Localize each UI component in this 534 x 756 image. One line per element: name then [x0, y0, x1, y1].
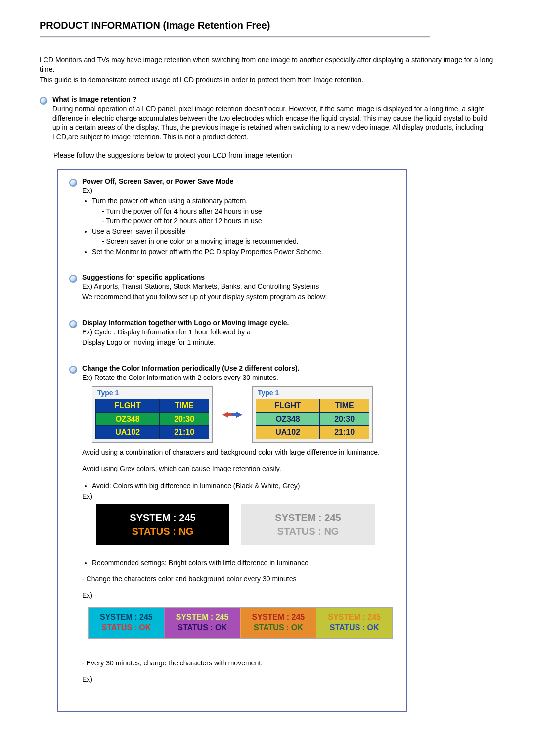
- rec-cell: SYSTEM : 245 STATUS : OK: [164, 608, 240, 638]
- title-divider: [40, 36, 430, 38]
- intro-block: LCD Monitors and TVs may have image rete…: [40, 55, 494, 85]
- cell: 20:30: [160, 412, 209, 425]
- box-item-change-color: Change the Color Information periodicall…: [69, 364, 396, 691]
- system-line: SYSTEM : 245: [241, 511, 375, 524]
- avoid-black-white: SYSTEM : 245 STATUS : NG: [96, 504, 229, 545]
- ex-label: Ex): [82, 186, 396, 195]
- list-item: Turn the power off when using a stationa…: [92, 196, 396, 206]
- power-list: Set the Monitor to power off with the PC…: [82, 247, 396, 257]
- system-line: SYSTEM : 245: [318, 613, 390, 623]
- status-line: STATUS : NG: [241, 524, 375, 538]
- arrow-icon: [222, 410, 242, 419]
- ex-label: Ex): [82, 492, 396, 501]
- box-body: Suggestions for specific applications Ex…: [82, 273, 396, 303]
- rec-cell: SYSTEM : 245 STATUS : OK: [240, 608, 316, 638]
- box-item-power: Power Off, Screen Saver, or Power Save M…: [69, 177, 396, 257]
- section-text: During normal operation of a LCD panel, …: [52, 104, 494, 142]
- status-line: STATUS : OK: [318, 623, 390, 633]
- cell: UA102: [96, 425, 160, 439]
- page-title: PRODUCT INFORMATION (Image Retention Fre…: [40, 20, 494, 31]
- section-body: What is Image retention ? During normal …: [52, 95, 494, 143]
- cell: 21:10: [160, 425, 209, 439]
- ex-label: Ex): [82, 675, 396, 684]
- system-line: SYSTEM : 245: [243, 613, 314, 623]
- box-heading: Change the Color Information periodicall…: [82, 364, 396, 372]
- status-line: STATUS : OK: [90, 623, 162, 633]
- cell: FLGHT: [256, 399, 320, 412]
- cell: OZ348: [96, 412, 160, 425]
- bullet-icon: [69, 275, 77, 283]
- bullet-icon: [40, 97, 47, 105]
- note-text: Avoid using a combination of characters …: [82, 448, 396, 457]
- flight-board-type: Type 1: [95, 389, 209, 399]
- status-line: STATUS : OK: [243, 623, 314, 633]
- suggestion-box: Power Off, Screen Saver, or Power Save M…: [57, 169, 407, 712]
- list-item: Set the Monitor to power off with the PC…: [92, 247, 396, 257]
- avoid-list: Avoid: Colors with big difference in lum…: [82, 481, 396, 491]
- box-text: Ex) Cycle : Display Information for 1 ho…: [82, 328, 396, 337]
- document-page: PRODUCT INFORMATION (Image Retention Fre…: [5, 0, 529, 742]
- box-body: Display Information together with Logo o…: [82, 319, 396, 348]
- rec-cell: SYSTEM : 245 STATUS : OK: [316, 608, 392, 638]
- ex-label: Ex): [82, 591, 396, 600]
- intro-paragraph: This guide is to demonstrate correct usa…: [40, 75, 494, 85]
- avoid-grey: SYSTEM : 245 STATUS : NG: [241, 504, 375, 545]
- flight-board-table: FLGHTTIME OZ34820:30 UA10221:10: [95, 399, 209, 439]
- flight-board-type: Type 1: [256, 389, 369, 399]
- power-list: Use a Screen saver if possible: [82, 227, 396, 236]
- rec-cell: SYSTEM : 245 STATUS : OK: [89, 608, 164, 638]
- svg-marker-2: [232, 412, 242, 418]
- box-body: Power Off, Screen Saver, or Power Save M…: [82, 177, 396, 257]
- recommended-examples: SYSTEM : 245 STATUS : OK SYSTEM : 245 ST…: [88, 607, 393, 639]
- sub-line: - Screen saver in one color or a moving …: [102, 237, 396, 246]
- movement-line: - Every 30 minutes, change the character…: [82, 659, 396, 668]
- avoid-examples: SYSTEM : 245 STATUS : NG SYSTEM : 245 ST…: [96, 504, 396, 545]
- intro-paragraph: LCD Monitors and TVs may have image rete…: [40, 55, 494, 74]
- sub-line: - Turn the power off for 2 hours after 1…: [102, 216, 396, 226]
- system-line: SYSTEM : 245: [167, 613, 238, 623]
- list-item: Recommended settings: Bright colors with…: [92, 558, 396, 567]
- status-line: STATUS : NG: [96, 524, 229, 538]
- bullet-icon: [69, 320, 77, 328]
- svg-marker-1: [222, 412, 232, 418]
- sub-line: - Turn the power off for 4 hours after 2…: [102, 207, 396, 216]
- box-heading: Power Off, Screen Saver, or Power Save M…: [82, 177, 396, 185]
- cell: TIME: [320, 399, 369, 412]
- cell: TIME: [160, 399, 209, 412]
- cell: UA102: [256, 425, 320, 439]
- box-text: Ex) Airports, Transit Stations, Stock Ma…: [82, 282, 396, 291]
- cell: FLGHT: [96, 399, 160, 412]
- cell: 21:10: [320, 425, 369, 439]
- list-item: Avoid: Colors with big difference in lum…: [92, 481, 396, 491]
- bullet-icon: [69, 179, 77, 187]
- box-item-display-info: Display Information together with Logo o…: [69, 319, 396, 348]
- box-text: We recommend that you follow set up of y…: [82, 292, 396, 302]
- power-list: Turn the power off when using a stationa…: [82, 196, 396, 206]
- flight-board-yellow: Type 1 FLGHTTIME OZ34820:30 UA10221:10: [92, 386, 213, 443]
- box-heading: Suggestions for specific applications: [82, 273, 396, 281]
- status-line: STATUS : OK: [167, 623, 238, 633]
- box-text: Ex) Rotate the Color Information with 2 …: [82, 373, 396, 382]
- flight-boards-figure: Type 1 FLGHTTIME OZ34820:30 UA10221:10 T…: [92, 386, 396, 443]
- box-item-suggestions: Suggestions for specific applications Ex…: [69, 273, 396, 303]
- flight-board-table: FLGHTTIME OZ34820:30 UA10221:10: [256, 399, 369, 439]
- box-text: Display Logo or moving image for 1 minut…: [82, 338, 396, 347]
- recommended-list: Recommended settings: Bright colors with…: [82, 558, 396, 567]
- list-item: Use a Screen saver if possible: [92, 227, 396, 236]
- box-heading: Display Information together with Logo o…: [82, 319, 396, 327]
- section-heading: What is Image retention ?: [52, 95, 494, 103]
- note-text: Avoid using Grey colors, which can cause…: [82, 464, 396, 473]
- bullet-icon: [69, 366, 77, 374]
- rec-line: - Change the characters color and backgr…: [82, 574, 396, 584]
- system-line: SYSTEM : 245: [90, 613, 162, 623]
- box-body: Change the Color Information periodicall…: [82, 364, 396, 691]
- system-line: SYSTEM : 245: [96, 511, 229, 524]
- section-what-is: What is Image retention ? During normal …: [40, 95, 494, 143]
- cell: OZ348: [256, 412, 320, 425]
- cell: 20:30: [320, 412, 369, 425]
- follow-text: Please follow the suggestions below to p…: [53, 151, 494, 159]
- flight-board-navy: Type 1 FLGHTTIME OZ34820:30 UA10221:10: [252, 386, 373, 443]
